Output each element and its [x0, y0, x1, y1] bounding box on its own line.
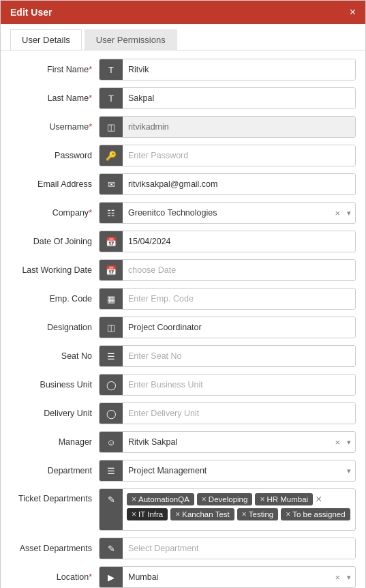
date-joining-input[interactable]	[123, 231, 355, 252]
last-name-row: Last Name* T	[10, 87, 356, 109]
ticket-departments-group: ✎ × AutomationQA × Developing × HR Mumba…	[99, 488, 356, 531]
circle-icon: ◯	[100, 403, 123, 424]
password-input-group: 🔑	[99, 145, 356, 166]
department-label: Department	[10, 466, 99, 475]
asset-departments-input-group: ✎	[99, 538, 356, 559]
asset-departments-input[interactable]	[123, 538, 355, 559]
location-dropdown-arrow[interactable]: ▾	[343, 573, 355, 582]
tab-user-details[interactable]: User Details	[10, 29, 82, 50]
department-dropdown-arrow[interactable]: ▾	[343, 467, 355, 475]
remove-tag-hr-mumbai[interactable]: ×	[260, 495, 264, 504]
tag-testing: × Testing	[237, 508, 278, 520]
barcode-icon: ▦	[100, 289, 123, 309]
tab-bar: User Details User Permissions	[1, 24, 365, 50]
username-input-group: ◫	[99, 116, 356, 138]
manager-label: Manager	[10, 437, 99, 447]
business-unit-row: Business Unit ◯	[10, 374, 356, 396]
password-label: Password	[10, 151, 99, 160]
seat-no-input-group: ☰	[99, 345, 356, 367]
asset-departments-label: Asset Departments	[10, 544, 99, 553]
email-input-group: ✉	[99, 173, 356, 195]
company-label: Company*	[10, 208, 99, 218]
calendar-icon: 📅	[100, 231, 123, 252]
location-label: Location*	[10, 572, 99, 582]
pencil-icon: ✎	[100, 489, 123, 530]
tag-kanchan-test: × Kanchan Test	[170, 508, 234, 520]
edit-user-modal: Edit User × User Details User Permission…	[0, 0, 366, 588]
date-joining-row: Date Of Joining 📅	[10, 231, 356, 252]
manager-clear-button[interactable]: ×	[332, 437, 343, 447]
email-icon: ✉	[100, 174, 123, 194]
modal-header: Edit User ×	[1, 1, 365, 24]
remove-tag-it-infra[interactable]: ×	[132, 510, 136, 519]
ticket-departments-tags: × AutomationQA × Developing × HR Mumbai …	[123, 489, 355, 525]
ticket-departments-label: Ticket Departments	[10, 488, 99, 503]
username-label: Username*	[10, 122, 99, 132]
person-icon: ☺	[100, 432, 123, 452]
monitor-icon: ◫	[100, 317, 123, 338]
last-name-input[interactable]	[123, 88, 355, 108]
business-unit-input[interactable]	[123, 374, 355, 395]
manager-value: Ritvik Sakpal	[123, 432, 332, 452]
text-icon: T	[100, 88, 123, 108]
required-star: *	[89, 122, 92, 132]
location-clear-button[interactable]: ×	[332, 572, 343, 583]
key-icon: 🔑	[100, 145, 123, 166]
date-joining-label: Date Of Joining	[10, 237, 99, 246]
tag-automationqa: × AutomationQA	[127, 493, 194, 505]
last-name-label: Last Name*	[10, 93, 99, 103]
remove-tag-kanchan-test[interactable]: ×	[175, 510, 180, 519]
list-icon: ☰	[100, 460, 123, 481]
pencil-icon: ✎	[100, 538, 123, 559]
company-clear-button[interactable]: ×	[332, 208, 343, 218]
designation-input[interactable]	[123, 317, 355, 338]
tag-developing: × Developing	[197, 493, 253, 505]
remove-tag-to-be-assigned[interactable]: ×	[286, 510, 290, 519]
business-unit-input-group: ◯	[99, 374, 356, 396]
form-body: First Name* T Last Name* T Username* ◫ P…	[1, 50, 365, 588]
department-row: Department ☰ Project Management ▾	[10, 460, 356, 482]
remove-tag-developing[interactable]: ×	[202, 495, 207, 504]
manager-dropdown-arrow[interactable]: ▾	[343, 438, 355, 447]
emp-code-row: Emp. Code ▦	[10, 288, 356, 310]
seat-no-input[interactable]	[123, 346, 355, 366]
delivery-unit-input-group: ◯	[99, 402, 356, 424]
clear-all-tags-button[interactable]: ×	[316, 493, 322, 505]
password-row: Password 🔑	[10, 145, 356, 166]
calendar-icon: 📅	[100, 260, 123, 280]
business-unit-label: Business Unit	[10, 380, 99, 389]
first-name-input[interactable]	[123, 59, 355, 80]
tab-user-permissions[interactable]: User Permissions	[85, 29, 177, 50]
last-working-date-input[interactable]	[123, 260, 355, 280]
username-row: Username* ◫	[10, 116, 356, 138]
tag-to-be-assigned: × To be assigned	[281, 508, 350, 520]
location-row: Location* ▶ Mumbai × ▾	[10, 566, 356, 588]
modal-title: Edit User	[10, 7, 52, 18]
required-star: *	[89, 208, 92, 218]
password-input[interactable]	[123, 145, 355, 166]
required-star: *	[89, 572, 92, 582]
monitor-icon: ◫	[100, 117, 123, 137]
seat-no-row: Seat No ☰	[10, 345, 356, 367]
delivery-unit-input[interactable]	[123, 403, 355, 424]
delivery-unit-label: Delivery Unit	[10, 409, 99, 418]
seat-no-label: Seat No	[10, 351, 99, 361]
list-icon: ☰	[100, 346, 123, 366]
required-star: *	[89, 93, 92, 103]
asset-departments-row: Asset Departments ✎	[10, 538, 356, 559]
remove-tag-automationqa[interactable]: ×	[132, 495, 136, 504]
date-joining-input-group: 📅	[99, 231, 356, 252]
emp-code-input[interactable]	[123, 289, 355, 309]
company-dropdown-arrow[interactable]: ▾	[343, 209, 355, 218]
location-icon: ▶	[100, 567, 123, 587]
remove-tag-testing[interactable]: ×	[242, 510, 247, 519]
close-button[interactable]: ×	[350, 6, 356, 18]
email-row: Email Address ✉	[10, 173, 356, 195]
manager-row: Manager ☺ Ritvik Sakpal × ▾	[10, 431, 356, 453]
username-input	[123, 117, 355, 137]
location-value: Mumbai	[123, 567, 332, 587]
circle-icon: ◯	[100, 374, 123, 395]
designation-label: Designation	[10, 323, 99, 332]
email-input[interactable]	[123, 174, 355, 194]
first-name-row: First Name* T	[10, 59, 356, 80]
